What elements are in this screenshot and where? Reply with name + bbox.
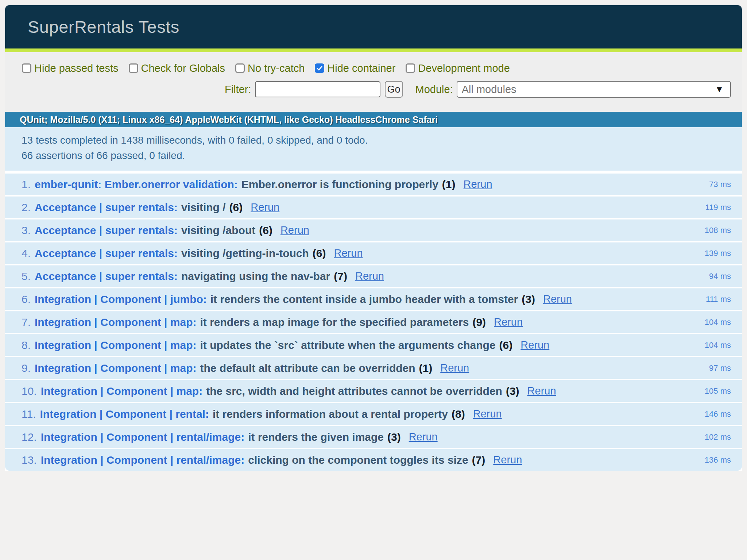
test-name[interactable]: visiting /about <box>181 224 255 237</box>
test-module-name[interactable]: Integration | Component | jumbo: <box>35 293 207 306</box>
test-runtime: 146 ms <box>705 409 731 419</box>
test-runtime: 94 ms <box>709 272 731 281</box>
module-select[interactable]: All modules ▼ <box>457 81 731 98</box>
test-runtime: 105 ms <box>705 386 731 396</box>
test-ordinal: 12. <box>22 431 37 443</box>
assertion-count[interactable]: (8) <box>452 408 465 420</box>
rerun-link[interactable]: Rerun <box>251 201 279 213</box>
test-name[interactable]: the src, width and height attributes can… <box>206 385 502 397</box>
test-ordinal: 2. <box>22 201 31 214</box>
rerun-link[interactable]: Rerun <box>409 431 438 443</box>
rerun-link[interactable]: Rerun <box>355 270 384 282</box>
rerun-link[interactable]: Rerun <box>527 385 556 397</box>
test-name[interactable]: it renders the content inside a jumbo he… <box>210 293 518 306</box>
rerun-link[interactable]: Rerun <box>334 247 363 259</box>
test-ordinal: 11. <box>22 408 36 420</box>
test-name[interactable]: visiting / <box>181 201 226 214</box>
rerun-link[interactable]: Rerun <box>440 362 469 374</box>
test-row: 6. Integration | Component | jumbo: it r… <box>5 288 742 310</box>
filter-input[interactable] <box>255 81 380 97</box>
test-module-name[interactable]: Acceptance | super rentals: <box>35 270 178 283</box>
checkbox-label: Hide passed tests <box>34 62 119 74</box>
toolbar-checkbox[interactable]: No try-catch <box>235 62 305 74</box>
test-module-name[interactable]: Integration | Component | rental: <box>40 408 209 420</box>
assertion-count[interactable]: (1) <box>442 178 456 191</box>
assertion-count[interactable]: (3) <box>387 431 401 443</box>
test-runtime: 108 ms <box>705 226 731 235</box>
assertion-count[interactable]: (6) <box>259 224 272 237</box>
toolbar-checkbox[interactable]: Check for Globals <box>129 62 225 74</box>
checkbox-icon[interactable] <box>129 63 138 73</box>
test-module-name[interactable]: Acceptance | super rentals: <box>35 247 178 260</box>
checkbox-icon[interactable] <box>315 63 324 73</box>
test-ordinal: 6. <box>22 293 31 306</box>
assertion-count[interactable]: (3) <box>522 293 535 306</box>
test-name[interactable]: it renders a map image for the specified… <box>200 316 469 328</box>
toolbar-checkbox[interactable]: Development mode <box>406 62 510 74</box>
module-label: Module: <box>415 83 453 96</box>
checkbox-icon[interactable] <box>235 63 245 73</box>
test-row: 2. Acceptance | super rentals: visiting … <box>5 197 742 218</box>
test-name[interactable]: it updates the `src` attribute when the … <box>200 339 495 351</box>
test-row: 11. Integration | Component | rental: it… <box>5 403 742 425</box>
toolbar-checkbox[interactable]: Hide passed tests <box>22 62 119 74</box>
test-name[interactable]: visiting /getting-in-touch <box>181 247 309 260</box>
summary-line-2: 66 assertions of 66 passed, 0 failed. <box>22 149 731 162</box>
test-name[interactable]: navigating using the nav-bar <box>181 270 330 283</box>
assertion-count[interactable]: (6) <box>229 201 243 214</box>
assertion-count[interactable]: (7) <box>334 270 347 283</box>
test-runtime: 139 ms <box>705 249 731 258</box>
test-runtime: 102 ms <box>705 432 731 442</box>
test-name[interactable]: it renders information about a rental pr… <box>213 408 448 420</box>
test-module-name[interactable]: Integration | Component | map: <box>41 385 202 397</box>
checkmark-icon <box>316 65 323 72</box>
checkbox-icon[interactable] <box>406 63 415 73</box>
testrunner-toolbar: Hide passed tests Check for Globals No t… <box>5 52 742 112</box>
test-module-name[interactable]: Acceptance | super rentals: <box>35 201 178 214</box>
test-module-name[interactable]: Integration | Component | map: <box>35 339 196 351</box>
test-name[interactable]: clicking on the component toggles its si… <box>248 454 468 466</box>
test-name[interactable]: the default alt attribute can be overrid… <box>200 362 415 374</box>
test-row: 9. Integration | Component | map: the de… <box>5 357 742 379</box>
test-module-name[interactable]: Integration | Component | map: <box>35 316 196 328</box>
test-ordinal: 5. <box>22 270 31 283</box>
checkbox-icon[interactable] <box>22 63 31 73</box>
assertion-count[interactable]: (7) <box>472 454 485 466</box>
test-name[interactable]: it renders the given image <box>248 431 384 443</box>
test-module-name[interactable]: Integration | Component | rental/image: <box>41 454 245 466</box>
test-runtime: 97 ms <box>709 363 731 373</box>
test-row: 13. Integration | Component | rental/ima… <box>5 449 742 471</box>
rerun-link[interactable]: Rerun <box>543 293 572 305</box>
page-title: SuperRentals Tests <box>28 17 179 37</box>
assertion-count[interactable]: (6) <box>499 339 513 351</box>
assertion-count[interactable]: (3) <box>506 385 519 397</box>
checkbox-label: No try-catch <box>248 62 305 74</box>
test-runtime: 104 ms <box>705 318 731 327</box>
assertion-count[interactable]: (9) <box>472 316 486 328</box>
test-results: 13 tests completed in 1438 milliseconds,… <box>5 127 742 471</box>
rerun-link[interactable]: Rerun <box>494 316 523 328</box>
assertion-count[interactable]: (6) <box>313 247 326 260</box>
rerun-link[interactable]: Rerun <box>493 454 522 466</box>
checkbox-label: Development mode <box>418 62 510 74</box>
test-row: 3. Acceptance | super rentals: visiting … <box>5 219 742 241</box>
test-module-name[interactable]: ember-qunit: Ember.onerror validation: <box>35 178 238 191</box>
test-ordinal: 8. <box>22 339 31 351</box>
rerun-link[interactable]: Rerun <box>473 408 502 420</box>
go-button[interactable]: Go <box>385 81 403 98</box>
test-name[interactable]: Ember.onerror is functioning properly <box>241 178 438 191</box>
rerun-link[interactable]: Rerun <box>520 339 549 351</box>
toolbar-options-row: Hide passed tests Check for Globals No t… <box>22 61 731 75</box>
toolbar-checkbox[interactable]: Hide container <box>315 62 395 74</box>
summary-line-1: 13 tests completed in 1438 milliseconds,… <box>22 134 731 147</box>
test-module-name[interactable]: Acceptance | super rentals: <box>35 224 178 237</box>
pass-status-bar <box>5 48 742 52</box>
rerun-link[interactable]: Rerun <box>280 224 309 236</box>
test-module-name[interactable]: Integration | Component | map: <box>35 362 196 374</box>
test-ordinal: 10. <box>22 385 37 397</box>
rerun-link[interactable]: Rerun <box>464 178 492 190</box>
test-ordinal: 3. <box>22 224 31 237</box>
test-summary: 13 tests completed in 1438 milliseconds,… <box>5 127 742 171</box>
assertion-count[interactable]: (1) <box>419 362 433 374</box>
test-module-name[interactable]: Integration | Component | rental/image: <box>41 431 245 443</box>
